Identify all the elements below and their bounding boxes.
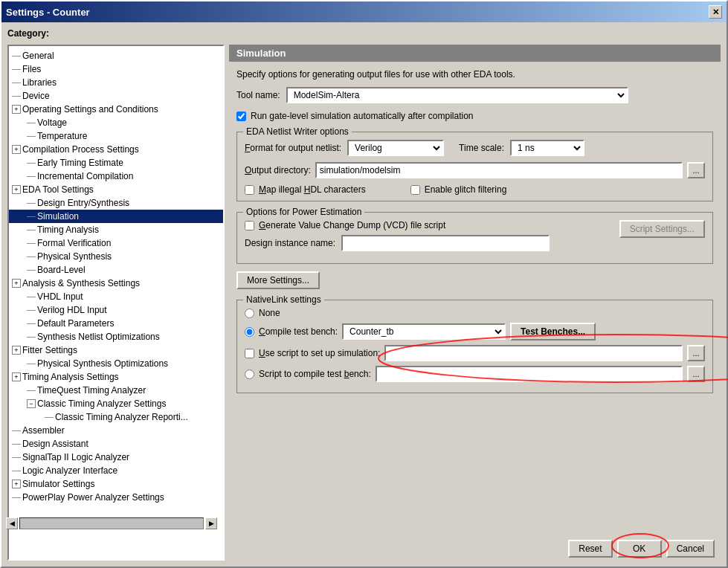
dash-icon: — [12,425,21,436]
compile-test-bench-dropdown[interactable]: Counter_tb Counter_tb2 [342,323,506,340]
timescale-dropdown[interactable]: 1 ns 10 ns 100 ns 1 ps [510,140,584,156]
expand-icon[interactable]: + [12,185,21,194]
run-gate-level-checkbox[interactable] [236,112,246,121]
expand-icon[interactable]: + [12,480,21,488]
sidebar-item-assembler[interactable]: — Assembler [9,424,223,437]
checks-row: Map illegal HDL characters Enable glitch… [245,184,705,195]
run-gate-level-label: Run gate-level simulation automatically … [251,111,473,121]
sidebar-item-design-assistant[interactable]: — Design Assistant [9,437,223,451]
description-text: Specify options for generating output fi… [236,69,713,80]
sidebar-item-early-timing[interactable]: — Early Timing Estimate [9,156,223,170]
sidebar-item-powerplay[interactable]: — PowerPlay Power Analyzer Settings [9,491,223,504]
sidebar-item-label: Design Entry/Synthesis [37,198,129,208]
expand-icon[interactable]: + [12,346,21,355]
sidebar-item-compilation[interactable]: + Compilation Process Settings [9,143,223,156]
sidebar-item-physical-synthesis[interactable]: — Physical Synthesis [9,250,223,263]
sidebar-item-board-level[interactable]: — Board-Level [9,263,223,277]
expand-icon[interactable]: + [12,279,21,288]
cancel-button[interactable]: Cancel [666,540,715,558]
sidebar-item-label: Files [22,64,41,74]
sidebar-item-simulator[interactable]: + Simulator Settings [9,477,223,491]
script-compile-row: Script to compile test bench: ... [245,366,705,382]
sidebar-item-design-entry[interactable]: — Design Entry/Synthesis [9,196,223,210]
sidebar-item-general[interactable]: — General [9,49,223,62]
sidebar-item-device[interactable]: — Device [9,89,223,103]
use-script-input[interactable] [384,345,683,361]
expand-icon[interactable]: + [12,105,21,114]
scroll-right-button[interactable]: ▶ [205,517,217,529]
script-compile-input[interactable] [376,366,683,382]
sidebar-item-label: Physical Synthesis [37,251,112,262]
expand-icon[interactable]: + [12,372,21,381]
script-settings-button[interactable]: Script Settings... [619,220,705,238]
sidebar-item-formal-verification[interactable]: — Formal Verification [9,236,223,250]
output-dir-browse-button[interactable]: ... [687,162,705,178]
scroll-left-button[interactable]: ◀ [7,517,18,529]
output-dir-row: Output directory: ... [245,162,705,178]
expand-icon[interactable]: + [12,145,21,154]
test-benches-button[interactable]: Test Benches... [510,323,596,341]
sidebar-item-analysis-synthesis[interactable]: + Analysis & Synthesis Settings [9,277,223,290]
format-row: Format for output netlist: Verilog VHDL … [245,140,705,156]
more-settings-row: More Settings... [236,271,713,289]
compile-test-bench-radio[interactable] [245,327,254,337]
dash-icon: — [12,465,21,476]
sidebar-item-label: Classic Timing Analyzer Settings [37,398,166,409]
sidebar-item-fitter[interactable]: + Fitter Settings [9,343,223,357]
sidebar-item-classic-timing[interactable]: − Classic Timing Analyzer Settings [9,397,223,410]
format-dropdown[interactable]: Verilog VHDL [347,140,444,156]
sidebar-item-timing-analysis-settings[interactable]: + Timing Analysis Settings [9,370,223,384]
sidebar-item-files[interactable]: — Files [9,62,223,76]
sidebar-item-logic-analyzer[interactable]: — Logic Analyzer Interface [9,464,223,477]
dash-icon: — [27,265,36,275]
sidebar-item-label: Timing Analysis [37,225,99,235]
sidebar-item-incremental[interactable]: — Incremental Compilation [9,170,223,183]
script-compile-browse-button[interactable]: ... [687,366,705,382]
sidebar-item-classic-timing-report[interactable]: — Classic Timing Analyzer Reporti... [9,410,223,424]
sidebar-item-signaltap[interactable]: — SignalTap II Logic Analyzer [9,451,223,464]
sidebar-item-simulation[interactable]: — Simulation [9,210,223,223]
glitch-filtering-checkbox[interactable] [410,185,420,195]
sidebar-item-synthesis-netlist[interactable]: — Synthesis Netlist Optimizations [9,330,223,343]
sidebar-item-voltage[interactable]: — Voltage [9,116,223,129]
ok-button[interactable]: OK [617,540,662,558]
dash-icon: — [12,77,21,88]
sidebar-item-operating[interactable]: + Operating Settings and Conditions [9,103,223,116]
expand-icon[interactable]: − [27,399,36,408]
sidebar-item-vhdl[interactable]: — VHDL Input [9,290,223,303]
format-label: Format for output netlist: [245,143,341,153]
script-compile-radio[interactable] [245,369,254,379]
sidebar-item-physical-synth-opt[interactable]: — Physical Synthesis Optimizations [9,357,223,370]
sidebar-item-label: Timing Analysis Settings [22,372,119,382]
close-button[interactable]: ✕ [709,5,722,19]
use-script-browse-button[interactable]: ... [687,345,705,361]
title-bar: Settings - Counter ✕ [1,1,727,22]
sidebar-item-default-params[interactable]: — Default Parameters [9,317,223,330]
scroll-track[interactable] [19,517,204,529]
sidebar-item-timequest[interactable]: — TimeQuest Timing Analyzer [9,384,223,397]
sidebar-item-timing-analysis[interactable]: — Timing Analysis [9,223,223,236]
more-settings-button[interactable]: More Settings... [236,271,320,289]
tool-name-dropdown[interactable]: ModelSim-Altera ModelSim VCS NC-Sim [286,87,628,103]
sidebar-item-temperature[interactable]: — Temperature [9,129,223,143]
none-radio[interactable] [245,309,254,318]
design-instance-input[interactable] [341,235,550,251]
generate-vcd-checkbox[interactable] [245,221,254,230]
dash-icon: — [27,291,36,302]
dash-icon: — [12,439,21,449]
right-panel: Simulation Specify options for generatin… [229,45,721,535]
sidebar-item-verilog-hdl[interactable]: — Verilog HDL Input [9,303,223,317]
use-script-label: Use script to set up simulation: [259,348,380,358]
sidebar-item-eda[interactable]: + EDA Tool Settings [9,183,223,196]
sidebar-item-libraries[interactable]: — Libraries [9,76,223,89]
eda-netlist-title: EDA Netlist Writer options [243,126,352,137]
dash-icon: — [27,358,36,369]
reset-button[interactable]: Reset [568,540,612,558]
dash-icon: — [12,492,21,503]
script-compile-label: Script to compile test bench: [259,369,371,379]
output-dir-input[interactable] [315,162,683,178]
use-script-checkbox[interactable] [245,349,254,358]
nativelink-title: NativeLink settings [243,294,324,305]
map-illegal-checkbox[interactable] [245,185,254,195]
power-estimation-title: Options for Power Estimation [243,207,364,217]
